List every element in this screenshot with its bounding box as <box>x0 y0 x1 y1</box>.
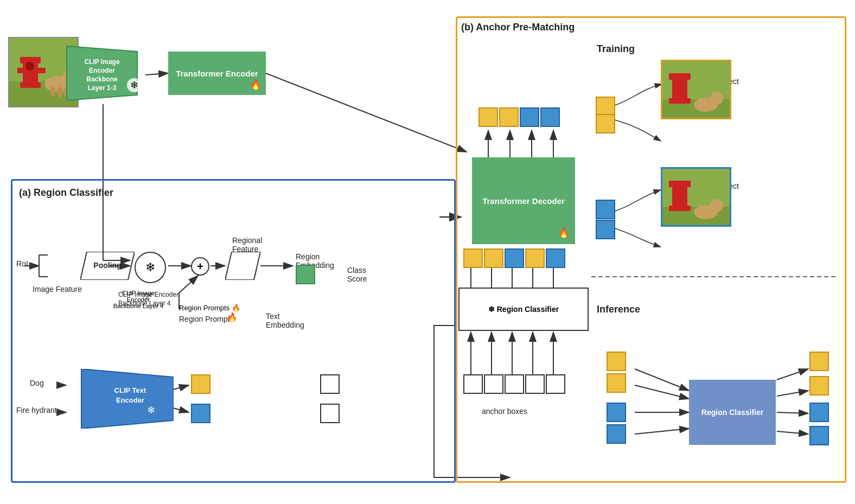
inf-right-sq-4 <box>809 426 829 445</box>
transformer-encoder-box: Transformer Encoder 🔥 <box>168 52 266 95</box>
svg-rect-73 <box>669 73 691 80</box>
blue-sq-text-2 <box>191 404 210 423</box>
inf-right-sq-3 <box>809 403 829 422</box>
region-prompts-label: Region Prompts <box>179 315 233 323</box>
plus-circle: + <box>191 257 209 276</box>
inf-right-sq-1 <box>809 352 829 371</box>
training-yellow-sq-1 <box>596 97 615 116</box>
svg-text:CLIP Image: CLIP Image <box>84 58 119 66</box>
region-classifier-inf-label: Region Classifier <box>701 408 763 417</box>
outline-sq-1 <box>320 374 340 394</box>
regional-feature-label: RegionalFeature <box>232 236 262 253</box>
anchor-sq-2 <box>484 374 503 394</box>
mid-sq-5 <box>546 248 565 268</box>
region-embedding-sq <box>296 265 315 284</box>
svg-text:Encoder: Encoder <box>116 396 144 404</box>
snowflake-icon-1: ❄ <box>127 78 141 92</box>
svg-rect-50 <box>17 68 25 73</box>
inf-right-sq-2 <box>809 376 829 395</box>
svg-line-3 <box>145 73 168 75</box>
svg-text:Backbone: Backbone <box>86 75 118 83</box>
clip-text-encoder-box: CLIP Text Encoder ❄ <box>65 369 168 429</box>
svg-text:Pooling: Pooling <box>93 261 121 270</box>
svg-text:❄: ❄ <box>147 405 155 416</box>
training-title: Training <box>597 43 635 55</box>
inf-left-sq-1 <box>607 352 626 371</box>
training-img-2 <box>661 167 731 227</box>
training-yellow-sq-2 <box>596 114 615 133</box>
top-sq-2 <box>499 107 519 127</box>
mid-sq-3 <box>505 248 524 268</box>
top-sq-1 <box>478 107 498 127</box>
mid-sq-2 <box>484 248 503 268</box>
anchor-sq-3 <box>505 374 524 394</box>
fire-hydrant-label: Fire hydrant <box>16 406 57 414</box>
transformer-decoder-label: Transformer Decoder <box>482 196 565 206</box>
anchor-sq-1 <box>463 374 483 394</box>
region-prompts-area: Region Prompts 🔥 <box>179 304 240 312</box>
fire-icon-1: 🔥 <box>248 78 263 92</box>
anchor-sq-5 <box>546 374 565 394</box>
training-img-1 <box>661 60 731 119</box>
outline-sq-2 <box>320 404 340 423</box>
transformer-encoder-label: Transformer Encoder <box>176 69 258 78</box>
yellow-sq-text-1 <box>191 374 210 394</box>
section-a-border <box>11 179 456 483</box>
dog-label: Dog <box>30 379 44 387</box>
svg-rect-81 <box>669 206 691 211</box>
clip-image-encoder-box: CLIP Image Encoder Backbone Layer 1-3 ❄ <box>59 43 145 103</box>
top-sq-4 <box>540 107 560 127</box>
inf-left-sq-4 <box>607 424 626 444</box>
region-classifier-inf-box: Region Classifier <box>689 380 776 445</box>
inf-left-sq-2 <box>607 373 626 393</box>
inf-left-sq-3 <box>607 403 626 422</box>
image-feature-label: Image Feature <box>33 285 82 294</box>
region-classifier-b-label: ❄ Region Classifier <box>488 305 559 314</box>
training-blue-sq-2 <box>596 220 615 239</box>
svg-point-55 <box>50 86 55 97</box>
transformer-decoder-box: Transformer Decoder 🔥 <box>472 157 575 244</box>
region-classifier-b-box: ❄ Region Classifier <box>458 288 589 331</box>
pooling-box: Pooling <box>80 252 135 280</box>
training-blue-sq-1 <box>596 200 615 219</box>
class-score-label: ClassScore <box>347 266 367 283</box>
mid-sq-4 <box>525 248 545 268</box>
svg-point-52 <box>25 62 34 71</box>
fire-icon-2: 🔥 <box>557 226 571 240</box>
svg-marker-69 <box>225 252 260 280</box>
svg-text:Layer 1-3: Layer 1-3 <box>88 84 117 92</box>
svg-rect-80 <box>669 181 691 187</box>
roi-label: RoI <box>16 259 28 268</box>
fire-icon-3: 🔥 <box>227 312 238 322</box>
svg-rect-51 <box>38 68 46 73</box>
svg-text:Encoder: Encoder <box>89 67 115 74</box>
section-b-title: (b) Anchor Pre-Matching <box>461 22 575 33</box>
svg-rect-49 <box>20 82 41 88</box>
text-embedding-label: TextEmbedding <box>266 312 304 329</box>
svg-line-4 <box>266 73 467 152</box>
inference-title: Inference <box>597 304 640 315</box>
clip-backbone4-label-text: CLIP Image EncoderBackbone Layer 4 <box>111 290 165 309</box>
diagram-container: (b) Anchor Pre-Matching (a) Region Class… <box>0 0 855 504</box>
svg-point-76 <box>710 92 723 105</box>
svg-point-83 <box>710 199 723 212</box>
snowflake-layer4-icon: ❄ <box>135 252 166 283</box>
anchor-boxes-label: anchor boxes <box>482 407 527 416</box>
region-feature-parallelogram <box>225 252 260 282</box>
svg-text:CLIP Text: CLIP Text <box>114 386 146 394</box>
top-sq-3 <box>520 107 539 127</box>
anchor-sq-4 <box>525 374 545 394</box>
section-a-title: (a) Region Classifier <box>19 187 113 199</box>
svg-rect-74 <box>669 98 691 104</box>
mid-sq-1 <box>463 248 483 268</box>
